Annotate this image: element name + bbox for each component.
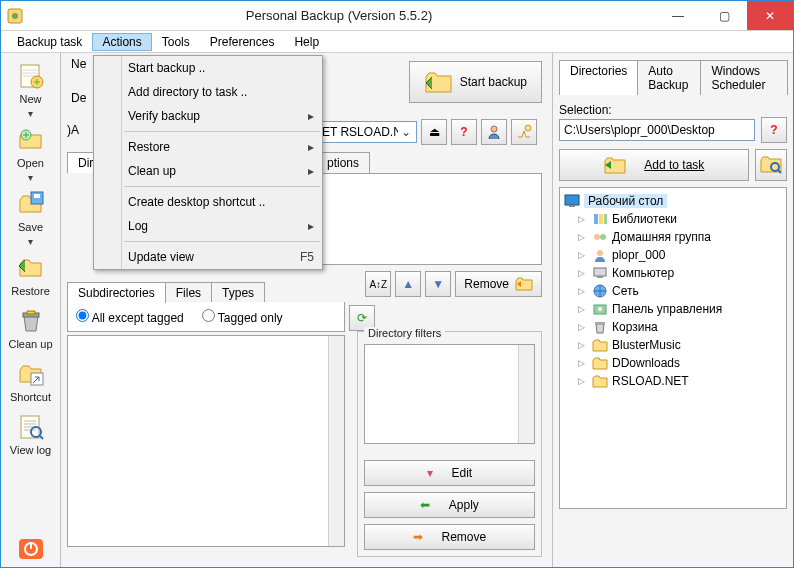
filter-list[interactable] [364,344,535,444]
maximize-button[interactable]: ▢ [701,1,747,30]
move-up-button[interactable]: ▲ [395,271,421,297]
chevron-down-icon[interactable]: ▾ [28,108,33,119]
destination-combo[interactable]: ET RSLOAD.NET ⌄ [317,121,417,143]
tree-node[interactable]: ▷Панель управления [564,300,782,318]
menu-create-shortcut[interactable]: Create desktop shortcut .. [94,190,322,214]
chevron-down-icon[interactable]: ▾ [28,236,33,247]
control-icon [592,301,608,317]
minimize-button[interactable]: — [655,1,701,30]
menu-backup-task[interactable]: Backup task [7,33,92,51]
tree-node[interactable]: ▷Корзина [564,318,782,336]
radio-tagged-only[interactable]: Tagged only [202,309,283,325]
tree-node[interactable]: ▷Домашняя группа [564,228,782,246]
radio-all-except[interactable]: All except tagged [76,309,184,325]
tab-directories[interactable]: Directories [559,60,638,95]
move-down-button[interactable]: ▼ [425,271,451,297]
edit-filter-button[interactable]: ▾ Edit [364,460,535,486]
sidebar-power[interactable] [1,529,60,567]
expand-arrow-icon[interactable]: ▷ [578,376,588,386]
expand-arrow-icon[interactable]: ▷ [578,250,588,260]
sort-button[interactable]: A↕Z [365,271,391,297]
dir-list-panel[interactable] [317,173,542,265]
bin-icon [592,319,608,335]
tree-label: DDownloads [612,356,680,370]
tab-files[interactable]: Files [165,282,212,303]
add-to-task-button[interactable]: Add to task [559,149,749,181]
submenu-arrow-icon: ▸ [308,164,314,178]
sidebar: New ▾ Open ▾ Save ▾ Restore Clean up Sho… [1,53,61,567]
browse-button[interactable] [755,149,787,181]
tab-subdirectories[interactable]: Subdirectories [67,282,166,303]
menu-verify-backup[interactable]: Verify backup▸ [94,104,322,128]
menu-clean-up[interactable]: Clean up▸ [94,159,322,183]
user-button[interactable] [481,119,507,145]
svg-point-13 [491,126,497,132]
sidebar-cleanup[interactable]: Clean up [1,302,60,353]
tree-root[interactable]: Рабочий стол [564,192,782,210]
expand-arrow-icon[interactable]: ▷ [578,232,588,242]
sidebar-shortcut[interactable]: Shortcut [1,355,60,406]
expand-arrow-icon[interactable]: ▷ [578,340,588,350]
sidebar-restore[interactable]: Restore [1,249,60,300]
tree-node[interactable]: ▷RSLOAD.NET [564,372,782,390]
expand-arrow-icon[interactable]: ▷ [578,268,588,278]
menu-tools[interactable]: Tools [152,33,200,51]
expand-arrow-icon[interactable]: ▷ [578,304,588,314]
button-label: Add to task [644,158,704,172]
folder-tree[interactable]: Рабочий стол ▷Библиотеки▷Домашняя группа… [559,187,787,509]
help-button[interactable]: ? [451,119,477,145]
chevron-down-icon[interactable]: ▾ [28,172,33,183]
expand-arrow-icon[interactable]: ▷ [578,286,588,296]
scrollbar[interactable] [518,345,534,443]
menu-add-directory[interactable]: Add directory to task .. [94,80,322,104]
menu-update-view[interactable]: Update viewF5 [94,245,322,269]
sidebar-new[interactable]: New [1,57,60,108]
menu-actions[interactable]: Actions [92,33,151,51]
menu-preferences[interactable]: Preferences [200,33,285,51]
wrench-icon [516,124,532,140]
remove-filter-button[interactable]: ➡ Remove [364,524,535,550]
close-button[interactable]: ✕ [747,1,793,30]
expand-arrow-icon[interactable]: ▷ [578,358,588,368]
sidebar-label: New [19,93,41,105]
sidebar-viewlog[interactable]: View log [1,408,60,459]
center-panel: Start backup .. Add directory to task ..… [61,53,553,567]
expand-arrow-icon[interactable]: ▷ [578,214,588,224]
sidebar-label: Clean up [8,338,52,350]
tab-auto-backup[interactable]: Auto Backup [637,60,701,95]
folder-search-icon [760,155,782,175]
combo-value: ET RSLOAD.NET [322,125,398,139]
tab-directories[interactable]: Dir [67,152,95,173]
eject-button[interactable]: ⏏ [421,119,447,145]
tree-node[interactable]: ▷BlusterMusic [564,336,782,354]
selection-path-input[interactable] [559,119,755,141]
tree-node[interactable]: ▷Библиотеки [564,210,782,228]
power-icon [15,532,47,564]
start-backup-button[interactable]: Start backup [409,61,542,103]
menu-start-backup[interactable]: Start backup .. [94,56,322,80]
path-help-button[interactable]: ? [761,117,787,143]
tab-options-partial[interactable]: ptions [316,152,370,173]
sidebar-save[interactable]: Save [1,185,60,236]
menu-item-label: Clean up [128,164,176,178]
sidebar-open[interactable]: Open [1,121,60,172]
tab-types[interactable]: Types [211,282,265,303]
tree-node[interactable]: ▷DDownloads [564,354,782,372]
apply-filter-button[interactable]: ⬅ Apply [364,492,535,518]
submenu-arrow-icon: ▸ [308,140,314,154]
scrollbar[interactable] [328,336,344,546]
menu-log[interactable]: Log▸ [94,214,322,238]
settings-button[interactable] [511,119,537,145]
expand-arrow-icon[interactable]: ▷ [578,322,588,332]
button-label: Apply [449,498,479,512]
tree-node[interactable]: ▷Сеть [564,282,782,300]
window-title: Personal Backup (Version 5.5.2) [23,8,655,23]
remove-dir-button[interactable]: Remove [455,271,542,297]
menu-help[interactable]: Help [284,33,329,51]
menu-restore[interactable]: Restore▸ [94,135,322,159]
tree-node[interactable]: ▷plopr_000 [564,246,782,264]
subdir-list[interactable] [67,335,345,547]
tree-node[interactable]: ▷Компьютер [564,264,782,282]
menu-separator [124,131,320,132]
tab-win-scheduler[interactable]: Windows Scheduler [700,60,788,95]
